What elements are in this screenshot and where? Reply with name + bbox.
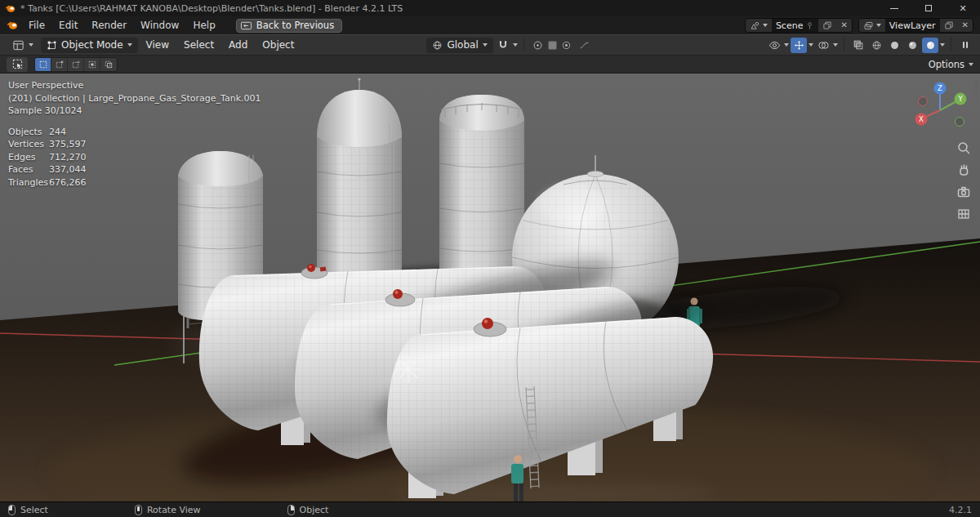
active-collection: (201) Collection | Large_Propane_Gas_Sto… <box>8 92 261 105</box>
pan-button[interactable] <box>956 163 971 177</box>
select-invert-button[interactable] <box>84 58 100 71</box>
overlays-toggle[interactable] <box>815 38 831 53</box>
menu-object[interactable]: Object <box>256 38 301 52</box>
shading-rendered-button[interactable] <box>922 38 938 53</box>
unlink-scene-button[interactable]: ✕ <box>836 19 851 32</box>
menu-edit[interactable]: Edit <box>52 18 84 33</box>
camera-view-button[interactable] <box>956 185 971 199</box>
new-viewlayer-button[interactable] <box>940 19 958 32</box>
vertical-tank-3[interactable] <box>439 95 524 294</box>
scene-name: Scene <box>776 20 804 31</box>
new-scene-button[interactable] <box>818 19 836 32</box>
menu-render[interactable]: Render <box>85 18 133 33</box>
editor-type-icon <box>12 39 24 51</box>
editor-type-button[interactable] <box>7 38 39 53</box>
viewport-3d[interactable]: User Perspective (201) Collection | Larg… <box>0 74 980 501</box>
falloff-swatch[interactable] <box>548 41 557 50</box>
svg-text:X: X <box>919 115 924 123</box>
chevron-down-icon <box>127 43 132 47</box>
axis-z-handle[interactable]: Z <box>934 82 947 95</box>
axis-y-handle[interactable]: Y <box>955 93 967 105</box>
viewlayer-name-field[interactable]: ViewLayer <box>885 19 940 32</box>
duplicate-icon <box>944 20 954 30</box>
shading-chevron[interactable] <box>940 43 945 47</box>
eye-icon <box>768 39 781 51</box>
close-button[interactable]: ✕ <box>946 0 980 16</box>
stat-label: Faces <box>8 163 49 176</box>
toggle-projection-button[interactable] <box>956 207 971 221</box>
xray-icon <box>853 39 864 51</box>
snap-toggle[interactable] <box>495 38 511 53</box>
axis-negative-handle[interactable] <box>919 97 928 106</box>
app-menu-button[interactable] <box>7 20 18 31</box>
menu-help[interactable]: Help <box>186 18 221 33</box>
remove-viewlayer-button[interactable]: ✕ <box>958 19 973 32</box>
menu-select[interactable]: Select <box>177 38 220 52</box>
chevron-down-icon <box>29 43 33 47</box>
select-extend-button[interactable] <box>51 58 68 71</box>
menu-view[interactable]: View <box>140 38 176 52</box>
mouse-left-icon <box>8 505 16 515</box>
snap-options-chevron[interactable] <box>513 43 518 47</box>
svg-text:Y: Y <box>957 95 963 103</box>
menu-file[interactable]: File <box>22 18 51 33</box>
tool-options-dropdown[interactable]: Options <box>929 59 973 70</box>
viewport-side-controls <box>956 140 971 221</box>
zoom-button[interactable] <box>956 140 971 155</box>
box-select-icon <box>11 58 24 70</box>
gizmo-toggle[interactable] <box>791 38 807 53</box>
axis-negative-handle[interactable] <box>956 118 964 127</box>
falloff-curve-icon <box>579 40 590 51</box>
back-to-previous-label: Back to Previous <box>256 20 334 31</box>
mouse-middle-icon <box>135 505 142 515</box>
back-to-previous-button[interactable]: Back to Previous <box>236 19 342 33</box>
minimize-icon <box>890 8 898 9</box>
topbar: File Edit Render Window Help Back to Pre… <box>0 16 980 34</box>
transform-orientation-dropdown[interactable]: Global <box>426 38 492 53</box>
double-bar-icon[interactable] <box>957 38 973 53</box>
select-set-button[interactable] <box>35 58 51 71</box>
maximize-icon <box>925 5 932 11</box>
scene-selector: Scene ✕ <box>745 18 853 33</box>
browse-scene-button[interactable] <box>746 19 772 32</box>
gizmo-chevron[interactable] <box>808 43 813 47</box>
select-intersect-button[interactable] <box>100 58 117 71</box>
hint-rotate-view: Rotate View <box>135 505 201 515</box>
material-sphere-icon <box>907 40 918 51</box>
select-subtract-button[interactable] <box>68 58 84 71</box>
visibility-toggle[interactable] <box>766 38 782 53</box>
viewlayer-browse-button[interactable] <box>859 19 885 32</box>
shading-wireframe-button[interactable] <box>868 38 884 53</box>
viewport-scrollbar[interactable] <box>975 80 978 98</box>
overlays-chevron[interactable] <box>833 43 838 47</box>
tool-settings-bar: Options <box>0 56 980 74</box>
proportional-editing-toggle[interactable] <box>530 38 546 53</box>
minimize-button[interactable] <box>877 0 911 16</box>
camera-icon <box>956 185 971 199</box>
axis-x-handle[interactable]: X <box>915 114 928 126</box>
hand-icon <box>956 163 971 177</box>
select-set-icon <box>38 60 48 69</box>
grid-icon <box>956 207 971 221</box>
blender-window: * Tanks [C:\Users\RAHMAT KANOBA\Desktop\… <box>0 0 980 517</box>
menu-add[interactable]: Add <box>222 38 254 52</box>
stat-label: Vertices <box>8 138 49 151</box>
proportional-connected-toggle[interactable] <box>559 38 575 53</box>
active-tool-button[interactable] <box>7 57 28 72</box>
maximize-button[interactable] <box>911 0 946 16</box>
blender-logo-icon <box>5 3 16 14</box>
menu-window[interactable]: Window <box>134 18 185 33</box>
stat-value: 712,270 <box>49 151 87 164</box>
navigation-gizmo[interactable]: Z X Y <box>910 78 970 138</box>
chevron-down-icon <box>876 24 881 27</box>
select-mode-group <box>34 57 118 72</box>
shading-material-button[interactable] <box>904 38 920 53</box>
wireframe-sphere-icon <box>871 40 882 51</box>
shading-solid-button[interactable] <box>886 38 902 53</box>
falloff-curve-button[interactable] <box>577 38 593 53</box>
xray-toggle[interactable] <box>850 38 866 53</box>
scene-name-field[interactable]: Scene <box>772 19 819 32</box>
visibility-chevron[interactable] <box>784 43 789 47</box>
vertical-tank-2[interactable] <box>317 78 402 297</box>
mode-dropdown[interactable]: Object Mode <box>41 38 138 53</box>
